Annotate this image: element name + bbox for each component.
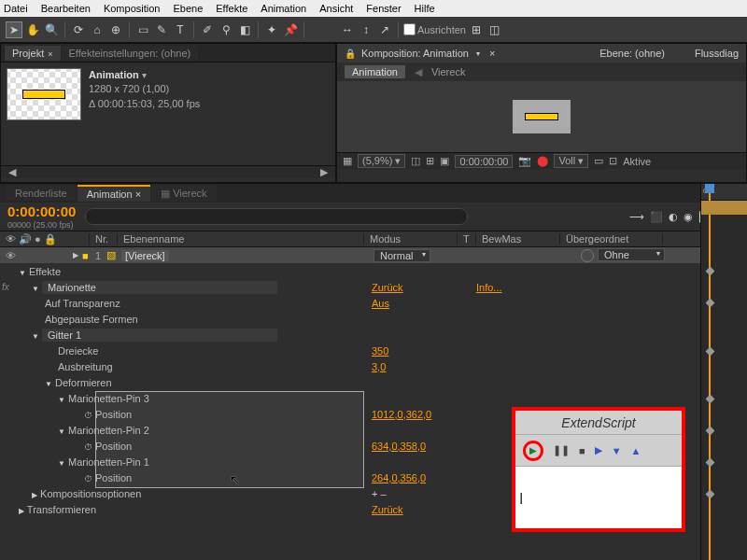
snap2-icon[interactable]: ◫: [486, 21, 503, 38]
camera-tool-icon[interactable]: ⌂: [89, 21, 106, 38]
shy-icon[interactable]: ⟶: [629, 211, 644, 223]
menu-fenster[interactable]: Fenster: [366, 3, 401, 14]
mask-icon[interactable]: ▣: [440, 155, 449, 167]
composition-panel: 🔒 Komposition: Animation▾ × Ebene: (ohne…: [336, 43, 747, 183]
pen-tool-icon[interactable]: ✎: [153, 21, 170, 38]
text-tool-icon[interactable]: T: [172, 21, 189, 38]
menu-bearbeiten[interactable]: Bearbeiten: [41, 3, 91, 14]
keyframe-icon[interactable]: [706, 299, 715, 308]
menu-ansicht[interactable]: Ansicht: [319, 3, 353, 14]
prop-auf-transparenz[interactable]: Auf TransparenzAus: [0, 295, 747, 311]
axis-x-icon[interactable]: ↔: [339, 21, 356, 38]
keyframe-icon[interactable]: [706, 490, 715, 499]
stopwatch-icon[interactable]: ⏱: [84, 474, 92, 483]
axis-z-icon[interactable]: ↗: [376, 21, 393, 38]
layer-row[interactable]: 👁 ▶ ■ 1 ▧ [Viereck] Normal Ohne: [0, 247, 747, 263]
stopwatch-icon[interactable]: ⏱: [84, 442, 92, 452]
tab-projekt[interactable]: Projekt×: [5, 46, 61, 61]
flussdiag-label[interactable]: Flussdiag: [695, 48, 739, 59]
frame-blend-icon[interactable]: ◐: [669, 211, 678, 223]
blend-mode-dropdown[interactable]: Normal: [374, 249, 430, 262]
zoom-tool-icon[interactable]: 🔍: [43, 21, 60, 38]
roto-tool-icon[interactable]: ✦: [263, 21, 280, 38]
prop-gitter[interactable]: ▼ Gitter 1: [0, 327, 747, 343]
menu-effekte[interactable]: Effekte: [216, 3, 247, 14]
keyframe-icon[interactable]: [706, 458, 715, 468]
aktive-label[interactable]: Aktive: [623, 156, 651, 167]
pause-button[interactable]: ❚❚: [553, 444, 570, 456]
region-icon[interactable]: ⊡: [609, 155, 617, 167]
stamp-tool-icon[interactable]: ⚲: [218, 21, 234, 38]
puppet-tool-icon[interactable]: 📌: [282, 21, 299, 38]
playhead[interactable]: [709, 184, 711, 560]
current-timecode[interactable]: 0:00:00:00: [7, 203, 76, 219]
prop-marionette[interactable]: fx ▼ Marionette Zurück Info...: [0, 279, 747, 295]
zoom-dropdown[interactable]: (5,9%) ▾: [358, 154, 405, 168]
tab-viereck[interactable]: ▦ Viereck: [151, 186, 217, 202]
step-button[interactable]: ▶: [595, 444, 602, 456]
prop-dreiecke[interactable]: Dreiecke350: [0, 343, 747, 358]
timeline-tracks[interactable]: 0s: [700, 184, 747, 560]
keyframe-icon[interactable]: [706, 267, 715, 276]
prop-abgepauste[interactable]: Abgepauste Formen: [0, 311, 747, 327]
extendscript-panel[interactable]: ExtendScript ▶ ❚❚ ■ ▶ ▼ ▲: [512, 407, 685, 532]
menu-ebene[interactable]: Ebene: [173, 3, 203, 14]
comp-panel-title: Komposition: Animation: [361, 48, 469, 59]
menu-hilfe[interactable]: Hilfe: [415, 3, 435, 14]
comp-thumbnail[interactable]: [7, 68, 81, 120]
pan-behind-tool-icon[interactable]: ⊕: [107, 21, 124, 38]
info-link[interactable]: Info...: [476, 282, 502, 293]
rect-tool-icon[interactable]: ▭: [134, 21, 151, 38]
breadcrumb-viereck[interactable]: Viereck: [431, 66, 465, 77]
pickwhip-icon[interactable]: [581, 249, 594, 262]
menu-komposition[interactable]: Komposition: [104, 3, 161, 14]
resolution-dropdown[interactable]: Voll ▾: [554, 154, 588, 168]
snapshot-icon[interactable]: 📷: [518, 155, 531, 167]
stopwatch-icon[interactable]: ⏱: [84, 411, 92, 420]
ausrichten-checkbox[interactable]: [403, 23, 416, 35]
keyframe-icon[interactable]: [706, 427, 715, 436]
prop-effekte[interactable]: ▼ Effekte: [0, 263, 747, 279]
step-into-button[interactable]: ▼: [612, 445, 622, 456]
prop-ausbreitung[interactable]: Ausbreitung3,0: [0, 358, 747, 374]
res2-icon[interactable]: ⊞: [426, 155, 434, 167]
reset-link[interactable]: Zurück: [372, 282, 403, 293]
hand-tool-icon[interactable]: ✋: [24, 21, 41, 38]
time-display[interactable]: 0:00:00:00: [455, 155, 513, 168]
res-icon[interactable]: ◫: [411, 155, 420, 167]
draft3d-icon[interactable]: ⬛: [650, 211, 663, 223]
menu-animation[interactable]: Animation: [261, 3, 306, 14]
text-cursor-icon: I: [519, 491, 523, 508]
channel-icon[interactable]: ⬤: [537, 155, 548, 167]
close-icon[interactable]: ×: [489, 48, 495, 59]
divider: [398, 21, 399, 38]
keyframe-icon[interactable]: [706, 347, 715, 357]
breadcrumb-animation[interactable]: Animation: [345, 65, 405, 78]
lock-icon[interactable]: 🔒: [345, 49, 356, 59]
play-button[interactable]: ▶: [523, 441, 543, 461]
extendscript-console[interactable]: [515, 467, 682, 474]
stop-button[interactable]: ■: [579, 445, 585, 456]
step-out-button[interactable]: ▲: [631, 445, 641, 456]
selection-tool-icon[interactable]: ➤: [6, 21, 22, 38]
project-scrollbar[interactable]: ◀▶: [1, 165, 335, 178]
timeline-search[interactable]: [85, 208, 468, 225]
prop-deformieren[interactable]: ▼ Deformieren: [0, 374, 747, 390]
composition-viewer[interactable]: [337, 81, 746, 152]
menu-datei[interactable]: Datei: [4, 3, 28, 14]
tab-animation[interactable]: Animation ×: [78, 185, 150, 202]
tab-effekteinstellungen[interactable]: Effekteinstellungen: (ohne): [62, 46, 199, 61]
motion-blur-icon[interactable]: ◉: [684, 211, 693, 223]
eraser-tool-icon[interactable]: ◧: [236, 21, 253, 38]
layer-bar[interactable]: [701, 201, 747, 215]
parent-dropdown[interactable]: Ohne: [598, 248, 665, 261]
view-icon[interactable]: ▭: [594, 155, 603, 167]
grid-icon[interactable]: ▦: [343, 155, 352, 167]
axis-y-icon[interactable]: ↕: [358, 21, 374, 38]
cursor-icon: ↖: [230, 472, 241, 487]
tab-renderliste[interactable]: Renderliste: [6, 186, 77, 201]
rotate-tool-icon[interactable]: ⟳: [70, 21, 87, 38]
keyframe-icon[interactable]: [706, 395, 715, 404]
brush-tool-icon[interactable]: ✐: [199, 21, 216, 38]
snap-icon[interactable]: ⊞: [468, 21, 485, 38]
